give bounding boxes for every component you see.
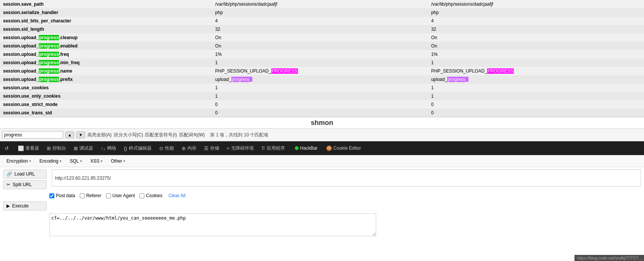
split-url-button[interactable]: ✂ Split URL bbox=[3, 180, 47, 189]
devtools-item-inspector[interactable]: ⬜查看器 bbox=[16, 144, 41, 152]
sql-arrow: ▾ bbox=[80, 159, 82, 163]
menu-xss[interactable]: XSS▾ bbox=[87, 157, 106, 165]
devtools-item-apps[interactable]: ⠿应用程序 bbox=[260, 144, 286, 152]
cursor-icon: ↺ bbox=[5, 146, 9, 151]
case-sensitive-label[interactable]: 区分大小写(C) bbox=[114, 132, 143, 138]
xss-arrow: ▾ bbox=[101, 159, 103, 163]
cookie-editor-tab[interactable]: 🍪 Cookie Editor bbox=[326, 146, 361, 151]
menu-encoding[interactable]: Encoding▾ bbox=[36, 157, 65, 165]
checkbox-input-cookies[interactable] bbox=[139, 193, 144, 198]
split-url-icon: ✂ bbox=[6, 182, 10, 187]
match-diacritics-label[interactable]: 匹配词句(W) bbox=[179, 132, 205, 138]
devtools-item-console[interactable]: ⊞控制台 bbox=[45, 144, 68, 152]
storage-label: 存储 bbox=[210, 145, 219, 152]
find-next-btn[interactable]: ▼ bbox=[76, 131, 85, 138]
other-label: Other bbox=[111, 158, 122, 164]
encoding-arrow: ▾ bbox=[60, 159, 62, 163]
execute-row: ▶ Execute bbox=[0, 200, 644, 212]
side-buttons: 🔗 Load URL ✂ Split URL bbox=[3, 169, 49, 189]
find-input[interactable] bbox=[2, 131, 63, 139]
menu-encryption[interactable]: Encryption▾ bbox=[3, 157, 35, 165]
menu-sql[interactable]: SQL▾ bbox=[66, 157, 85, 165]
post-data-textarea[interactable] bbox=[49, 214, 376, 236]
checkbox-label-cookies: Cookies bbox=[146, 193, 162, 198]
menu-other[interactable]: Other▾ bbox=[108, 157, 129, 165]
accessibility-label: 无障碍环境 bbox=[231, 145, 254, 152]
find-prev-btn[interactable]: ▲ bbox=[65, 131, 74, 138]
checkboxes-area: Post dataRefererUser AgentCookies Clear … bbox=[0, 191, 644, 200]
memory-label: 内存 bbox=[187, 145, 196, 152]
debugger-icon: ⊠ bbox=[74, 146, 78, 151]
inspector-label: 查看器 bbox=[25, 145, 39, 152]
devtools-item-style-editor[interactable]: {}样式编辑器 bbox=[122, 144, 153, 152]
checkbox-input-user-agent[interactable] bbox=[106, 193, 111, 198]
devtools-item-storage[interactable]: ☰存储 bbox=[203, 144, 221, 152]
hackbar-label: HackBar bbox=[300, 146, 318, 151]
load-url-button[interactable]: 🔗 Load URL bbox=[3, 169, 47, 179]
devtools-item-accessibility[interactable]: ≈无障碍环境 bbox=[225, 144, 255, 152]
phpinfo-table: session.save_path/var/lib/php/sessions/d… bbox=[0, 0, 644, 117]
devtools-cursor-icon[interactable]: ↺ bbox=[3, 145, 10, 152]
checkbox-cookies[interactable]: Cookies bbox=[139, 193, 162, 198]
apps-label: 应用程序 bbox=[267, 145, 285, 152]
devtools-item-performance[interactable]: ⊙性能 bbox=[158, 144, 176, 152]
devtools-toolbar: ↺ ⬜查看器⊞控制台⊠调试器↑↓网络{}样式编辑器⊙性能⊛内存☰存储≈无障碍环境… bbox=[0, 141, 644, 155]
console-icon: ⊞ bbox=[47, 146, 51, 151]
execute-icon: ▶ bbox=[6, 203, 10, 209]
execute-button[interactable]: ▶ Execute bbox=[3, 201, 47, 210]
style-editor-icon: {} bbox=[124, 146, 127, 151]
url-display[interactable]: http://123.60.221.85:23275/ bbox=[52, 169, 641, 187]
console-label: 控制台 bbox=[52, 145, 66, 152]
checkbox-input-referer[interactable] bbox=[80, 193, 85, 198]
hackbar-menu-bar: Encryption▾Encoding▾SQL▾XSS▾Other▾ bbox=[0, 155, 644, 167]
shmon-heading: shmon bbox=[0, 117, 644, 128]
performance-icon: ⊙ bbox=[159, 146, 163, 151]
find-count: 第 1 项，共找到 10 个匹配项 bbox=[210, 132, 268, 138]
execute-label: Execute bbox=[12, 203, 28, 209]
memory-icon: ⊛ bbox=[182, 146, 186, 151]
hackbar-dot-icon bbox=[295, 146, 299, 150]
load-url-label: Load URL bbox=[14, 171, 35, 177]
post-data-area bbox=[49, 214, 641, 237]
sql-label: SQL bbox=[70, 158, 79, 164]
apps-icon: ⠿ bbox=[261, 146, 265, 151]
hackbar-main-content: 🔗 Load URL ✂ Split URL http://123.60.221… bbox=[0, 167, 644, 191]
encryption-label: Encryption bbox=[6, 158, 28, 164]
devtools-item-debugger[interactable]: ⊠调试器 bbox=[72, 144, 95, 152]
load-url-icon: 🔗 bbox=[6, 171, 12, 177]
hackbar-tab[interactable]: HackBar bbox=[293, 145, 320, 152]
checkbox-user-agent[interactable]: User Agent bbox=[106, 193, 135, 198]
checkbox-referer[interactable]: Referer bbox=[80, 193, 101, 198]
highlight-all-label[interactable]: 高亮全部(A) bbox=[87, 132, 112, 138]
storage-icon: ☰ bbox=[204, 146, 209, 151]
xss-label: XSS bbox=[90, 158, 100, 164]
cookie-editor-icon: 🍪 bbox=[326, 146, 332, 151]
inspector-icon: ⬜ bbox=[18, 146, 24, 151]
find-bar: ▲ ▼ 高亮全部(A) 区分大小写(C) 匹配变音符号(I) 匹配词句(W) 第… bbox=[0, 128, 644, 141]
style-editor-label: 样式编辑器 bbox=[129, 145, 152, 152]
other-arrow: ▾ bbox=[123, 159, 125, 163]
hackbar-panel: Encryption▾Encoding▾SQL▾XSS▾Other▾ 🔗 Loa… bbox=[0, 155, 644, 237]
encoding-label: Encoding bbox=[40, 158, 59, 164]
checkbox-label-referer: Referer bbox=[86, 193, 101, 198]
accessibility-icon: ≈ bbox=[227, 146, 229, 151]
devtools-item-memory[interactable]: ⊛内存 bbox=[180, 144, 198, 152]
checkbox-post-data[interactable]: Post data bbox=[49, 193, 75, 198]
match-accent-label[interactable]: 匹配变音符号(I) bbox=[145, 132, 177, 138]
clear-all-link[interactable]: Clear All bbox=[168, 193, 185, 198]
split-url-label: Split URL bbox=[13, 182, 32, 187]
network-label: 网络 bbox=[107, 145, 116, 152]
checkbox-label-user-agent: User Agent bbox=[112, 193, 135, 198]
phpinfo-table-area: session.save_path/var/lib/php/sessions/d… bbox=[0, 0, 644, 117]
debugger-label: 调试器 bbox=[79, 145, 93, 152]
checkbox-label-post-data: Post data bbox=[56, 193, 75, 198]
shmon-text: shmon bbox=[311, 119, 333, 127]
cookie-editor-label: Cookie Editor bbox=[334, 146, 361, 151]
network-icon: ↑↓ bbox=[101, 146, 106, 151]
encryption-arrow: ▾ bbox=[29, 159, 31, 163]
checkbox-input-post-data[interactable] bbox=[49, 193, 54, 198]
performance-label: 性能 bbox=[165, 145, 174, 152]
devtools-item-network[interactable]: ↑↓网络 bbox=[99, 144, 118, 152]
